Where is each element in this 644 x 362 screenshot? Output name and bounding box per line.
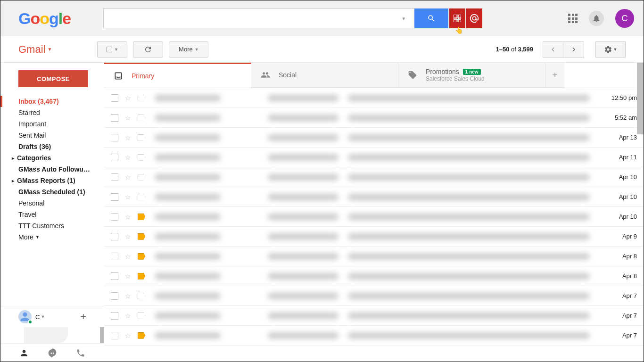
star-icon[interactable]: ☆	[125, 292, 131, 300]
chat-avatar	[18, 310, 32, 323]
importance-marker[interactable]	[138, 253, 145, 260]
more-dropdown[interactable]: More▼	[169, 41, 208, 58]
refresh-button[interactable]	[133, 41, 163, 58]
sidebar-item-1[interactable]: Starred	[0, 107, 104, 118]
compose-button[interactable]: COMPOSE	[18, 70, 88, 87]
subject-blurred	[268, 154, 339, 161]
sidebar-item-0[interactable]: Inbox (3,467)	[0, 96, 104, 107]
importance-marker[interactable]	[138, 313, 145, 319]
phone-icon	[76, 348, 85, 358]
importance-marker[interactable]	[138, 154, 145, 161]
star-icon[interactable]: ☆	[125, 332, 131, 339]
email-row[interactable]: ☆Apr 9	[104, 227, 644, 247]
row-checkbox[interactable]	[111, 312, 118, 320]
row-checkbox[interactable]	[111, 134, 118, 141]
email-row[interactable]: ☆Apr 13	[104, 128, 644, 148]
star-icon[interactable]: ☆	[125, 272, 131, 280]
email-row[interactable]: ☆Apr 10	[104, 187, 644, 207]
importance-marker[interactable]	[138, 115, 145, 121]
content: Primary Social Promotions 1 new Salesfor…	[104, 63, 644, 362]
row-checkbox[interactable]	[111, 332, 118, 339]
sidebar-item-7[interactable]: ▸GMass Reports (1)	[0, 175, 104, 186]
hangouts-tab[interactable]	[48, 348, 57, 360]
sidebar-item-12[interactable]: More▼	[0, 231, 104, 243]
row-checkbox[interactable]	[111, 213, 118, 221]
tab-promotions[interactable]: Promotions 1 new Salesforce Sales Cloud	[398, 63, 545, 88]
sidebar-item-6[interactable]: GMass Auto Followu…	[0, 164, 104, 175]
email-row[interactable]: ☆Apr 10	[104, 207, 644, 227]
star-icon[interactable]: ☆	[125, 233, 131, 240]
chevron-right-icon	[570, 45, 578, 54]
importance-marker[interactable]	[138, 174, 145, 181]
importance-marker[interactable]	[138, 214, 145, 220]
star-icon[interactable]: ☆	[125, 154, 131, 161]
row-checkbox[interactable]	[111, 272, 118, 280]
star-icon[interactable]: ☆	[125, 173, 131, 181]
email-row[interactable]: ☆Apr 10	[104, 167, 644, 187]
sidebar-item-5[interactable]: ▸Categories	[0, 152, 104, 164]
importance-marker[interactable]	[138, 233, 145, 240]
email-row[interactable]: ☆Apr 8	[104, 266, 644, 286]
gmail-dropdown[interactable]: Gmail▼	[18, 43, 52, 56]
google-logo[interactable]: Google	[18, 9, 71, 28]
tab-primary[interactable]: Primary	[104, 63, 251, 88]
email-row[interactable]: ☆Apr 8	[104, 247, 644, 266]
gmass-grid-button[interactable]: 👆	[449, 8, 465, 28]
importance-marker[interactable]	[138, 95, 145, 101]
email-row[interactable]: ☆Apr 7	[104, 326, 644, 346]
chat-user-row[interactable]: C ▼ +	[0, 306, 104, 327]
contacts-tab[interactable]	[19, 348, 29, 360]
search-options-dropdown[interactable]: ▼	[397, 16, 410, 21]
sender-blurred	[155, 134, 221, 141]
select-all-dropdown[interactable]: ▼	[97, 41, 127, 58]
star-icon[interactable]: ☆	[125, 253, 131, 260]
star-icon[interactable]: ☆	[125, 312, 131, 320]
add-contact-button[interactable]: +	[80, 311, 86, 323]
settings-dropdown[interactable]: ▼	[595, 41, 626, 58]
search-container: ▼ 👆	[103, 8, 482, 28]
star-icon[interactable]: ☆	[125, 114, 131, 122]
star-icon[interactable]: ☆	[125, 193, 131, 201]
importance-marker[interactable]	[138, 194, 145, 200]
email-row[interactable]: ☆5:52 am	[104, 108, 644, 128]
next-page-button[interactable]	[563, 41, 584, 58]
star-icon[interactable]: ☆	[125, 213, 131, 221]
email-row[interactable]: ☆Apr 11	[104, 148, 644, 167]
phone-tab[interactable]	[76, 348, 85, 360]
row-checkbox[interactable]	[111, 114, 118, 122]
email-row[interactable]: ☆12:50 pm	[104, 88, 644, 108]
email-row[interactable]: ☆Apr 7	[104, 306, 644, 326]
row-checkbox[interactable]	[111, 94, 118, 102]
sidebar-item-4[interactable]: Drafts (36)	[0, 141, 104, 152]
apps-icon[interactable]	[568, 14, 578, 23]
star-icon[interactable]: ☆	[125, 134, 131, 141]
account-avatar[interactable]: C	[615, 9, 634, 28]
star-icon[interactable]: ☆	[125, 94, 131, 102]
tab-social[interactable]: Social	[251, 63, 398, 88]
sidebar-item-2[interactable]: Important	[0, 118, 104, 130]
prev-page-button[interactable]	[543, 41, 563, 58]
sidebar-item-9[interactable]: Personal	[0, 197, 104, 209]
sidebar-item-3[interactable]: Sent Mail	[0, 130, 104, 141]
importance-marker[interactable]	[138, 273, 145, 280]
row-checkbox[interactable]	[111, 154, 118, 161]
row-checkbox[interactable]	[111, 233, 118, 240]
notifications-button[interactable]	[589, 11, 604, 26]
row-checkbox[interactable]	[111, 253, 118, 260]
importance-marker[interactable]	[138, 293, 145, 299]
sidebar-item-11[interactable]: TTT Customers	[0, 220, 104, 231]
scrollbar[interactable]	[637, 63, 644, 134]
search-button[interactable]	[414, 8, 448, 28]
importance-marker[interactable]	[138, 134, 145, 141]
gmass-at-button[interactable]	[466, 8, 482, 28]
row-checkbox[interactable]	[111, 193, 118, 201]
sidebar-item-10[interactable]: Travel	[0, 209, 104, 220]
row-checkbox[interactable]	[111, 173, 118, 181]
row-checkbox[interactable]	[111, 292, 118, 300]
search-input[interactable]	[108, 14, 397, 23]
add-tab-button[interactable]: +	[545, 63, 564, 88]
email-row[interactable]: ☆Apr 7	[104, 286, 644, 306]
sidebar-item-8[interactable]: GMass Scheduled (1)	[0, 186, 104, 197]
importance-marker[interactable]	[138, 332, 145, 339]
sender-blurred	[155, 174, 221, 181]
